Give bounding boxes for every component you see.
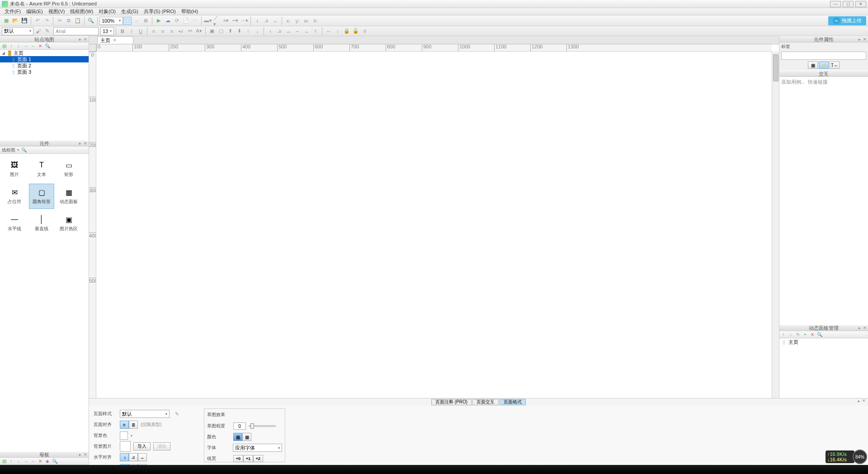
- panel-menu-icon[interactable]: ▸: [857, 37, 862, 42]
- interactions-body[interactable]: 添加用例... 快速链接: [779, 77, 868, 325]
- dp-root[interactable]: ▯ 主页: [779, 338, 868, 346]
- lw-0[interactable]: +0: [233, 455, 243, 462]
- panel-close-icon[interactable]: ✕: [863, 37, 867, 42]
- search-icon[interactable]: 🔍: [816, 332, 823, 338]
- align-m-icon[interactable]: ⫠: [302, 27, 311, 35]
- bgimg-preview[interactable]: [120, 441, 131, 452]
- front-icon[interactable]: ⬆: [226, 27, 234, 35]
- taskbar[interactable]: [0, 465, 868, 474]
- vertical-scrollbar[interactable]: [772, 52, 779, 458]
- panel-menu-icon[interactable]: ▸: [78, 452, 82, 457]
- add-state-icon[interactable]: +: [802, 332, 808, 338]
- delete-icon[interactable]: ✕: [37, 458, 43, 465]
- panel-close-icon[interactable]: ✕: [83, 452, 88, 457]
- move-up-icon[interactable]: ↑: [780, 332, 787, 338]
- more-icon[interactable]: ⋯: [191, 17, 199, 25]
- dropdown-icon[interactable]: ▾: [131, 434, 132, 438]
- dist-h-icon[interactable]: ↔: [325, 27, 333, 35]
- forward-icon[interactable]: ↑: [244, 27, 252, 35]
- arrow-icon[interactable]: →▾: [240, 17, 248, 25]
- widget-垂直线[interactable]: │垂直线: [29, 211, 54, 236]
- align-c-icon[interactable]: ⫡: [275, 27, 283, 35]
- paste-icon[interactable]: 📋: [74, 17, 82, 25]
- clear-button[interactable]: 清除: [153, 442, 170, 450]
- upload-button[interactable]: ∞ 拖拽上传: [828, 16, 866, 25]
- panel-menu-icon[interactable]: ▸: [78, 141, 82, 146]
- x-pos[interactable]: x:: [284, 17, 292, 25]
- move-down-icon[interactable]: ↓: [15, 43, 22, 49]
- tree-page-3[interactable]: ▯ 页面 3: [0, 69, 89, 75]
- align-r-icon[interactable]: ⫠: [284, 27, 292, 35]
- close-button[interactable]: ✕: [855, 1, 866, 7]
- linestyle-icon[interactable]: ┉▾: [231, 17, 239, 25]
- quick-link[interactable]: 快速链接: [808, 79, 828, 85]
- minimize-button[interactable]: —: [830, 1, 841, 7]
- add-master-icon[interactable]: ▤: [1, 458, 7, 465]
- expand-icon[interactable]: ◢: [2, 51, 6, 55]
- widget-图片[interactable]: 🖼图片: [2, 156, 27, 182]
- underline-icon[interactable]: U: [137, 27, 145, 35]
- outdent-icon[interactable]: ←: [30, 43, 36, 49]
- preview-icon[interactable]: ▶: [155, 17, 163, 25]
- undo-icon[interactable]: ↶: [33, 17, 42, 25]
- panel-collapse-icon[interactable]: ▴: [856, 398, 861, 403]
- font-color-icon[interactable]: A▾: [195, 27, 203, 35]
- text-align-right-icon[interactable]: ≡: [168, 27, 176, 35]
- filter-label[interactable]: 线框图: [2, 147, 15, 153]
- size-select[interactable]: 13: [100, 27, 114, 35]
- lw-2[interactable]: +2: [253, 455, 263, 462]
- edit-icon[interactable]: ✎: [795, 332, 801, 338]
- menu-wireframe[interactable]: 线框图(W): [67, 8, 96, 15]
- page-style-select[interactable]: 默认: [120, 410, 170, 418]
- copy-icon[interactable]: ⧉: [65, 17, 73, 25]
- publish-icon[interactable]: ☁: [164, 17, 172, 25]
- dist-v-icon[interactable]: ↕: [334, 27, 342, 35]
- align-l-icon[interactable]: ⫞: [266, 27, 274, 35]
- menu-share[interactable]: 共享(S) (PRO): [141, 8, 179, 15]
- widget-name-input[interactable]: [781, 52, 866, 60]
- tab-page-notes[interactable]: 页面注释 (PRO): [431, 399, 472, 405]
- search-icon[interactable]: 🔍: [52, 458, 58, 465]
- sketch-slider[interactable]: [249, 425, 276, 427]
- lineweight-icon[interactable]: ≡▾: [222, 17, 230, 25]
- new-icon[interactable]: ▦: [2, 17, 10, 25]
- ungroup-icon[interactable]: ▢: [217, 27, 225, 35]
- height[interactable]: h:: [311, 17, 320, 25]
- design-canvas[interactable]: [96, 52, 772, 458]
- halign-left[interactable]: ⫞: [120, 453, 129, 461]
- regenerate-icon[interactable]: ⟳: [173, 17, 181, 25]
- redo-icon[interactable]: ↷: [42, 17, 51, 25]
- selection-mode-icon[interactable]: ⬚: [123, 17, 132, 25]
- panel-close-icon[interactable]: ✕: [862, 398, 866, 403]
- interactions-tab[interactable]: ⚡: [819, 62, 829, 69]
- widgets-library[interactable]: 🖼图片T文本▭矩形✉占位符▢圆角矩形▦动态面板—水平线│垂直线▣图片热区: [0, 154, 89, 451]
- zoom-select[interactable]: 100%: [99, 17, 123, 25]
- cut-icon[interactable]: ✂: [56, 17, 64, 25]
- tree-page-2[interactable]: ▯ 页面 2: [0, 62, 89, 69]
- align-center-icon[interactable]: ⫡: [262, 17, 270, 25]
- add-case-link[interactable]: 添加用例...: [781, 79, 805, 85]
- font-select[interactable]: Arial: [53, 27, 99, 35]
- move-up-icon[interactable]: ↑: [8, 43, 14, 49]
- align-left-button[interactable]: ≡: [120, 421, 129, 429]
- add-page-icon[interactable]: ▤: [1, 43, 7, 49]
- format-options-icon[interactable]: ✎: [43, 27, 51, 35]
- usage-icon[interactable]: ◈: [44, 458, 51, 465]
- panel-menu-icon[interactable]: ▸: [78, 37, 82, 42]
- text-align-center-icon[interactable]: ≡: [159, 27, 167, 35]
- panel-menu-icon[interactable]: ▸: [857, 326, 862, 330]
- color-mode-color[interactable]: ▦: [233, 433, 242, 441]
- backward-icon[interactable]: ↓: [253, 27, 261, 35]
- delete-icon[interactable]: ✕: [37, 43, 43, 49]
- indent-icon[interactable]: →: [23, 43, 29, 49]
- edit-styles-icon[interactable]: ✎: [173, 410, 181, 418]
- back-icon[interactable]: ⬇: [235, 27, 243, 35]
- align-b-icon[interactable]: ⫯: [311, 27, 320, 35]
- menu-help[interactable]: 帮助(H): [179, 8, 201, 15]
- width[interactable]: w:: [302, 17, 311, 25]
- fill-icon[interactable]: ▬▾: [204, 17, 212, 25]
- lw-1[interactable]: +1: [243, 455, 253, 462]
- outdent-icon[interactable]: ←: [30, 458, 36, 465]
- text-align-left-icon[interactable]: ≡: [150, 27, 158, 35]
- align-center-button[interactable]: ≣: [129, 421, 138, 429]
